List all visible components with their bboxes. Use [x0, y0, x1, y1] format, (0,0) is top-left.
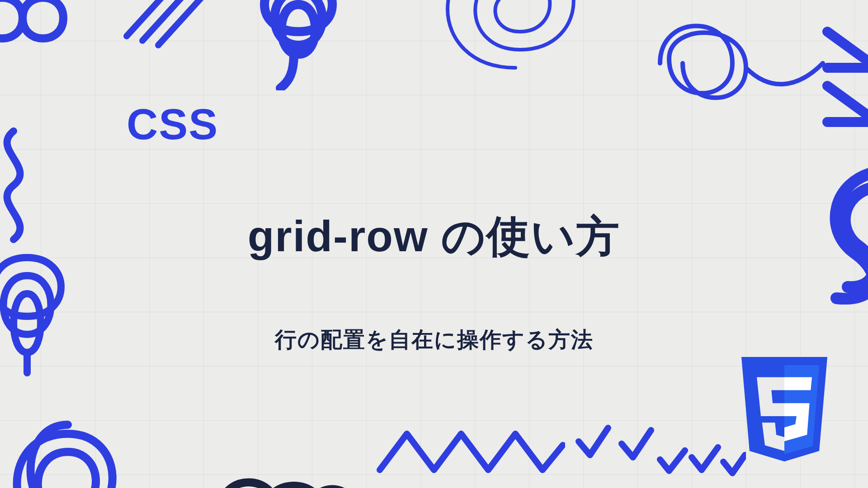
svg-line-0: [127, 0, 172, 36]
doodle-black-coil-icon: [199, 429, 362, 488]
doodle-loops-icon: [0, 0, 108, 63]
doodle-scribble-ball-icon: [226, 0, 371, 90]
css3-badge-icon: [732, 357, 836, 474]
doodle-arrow-icon: [814, 18, 868, 136]
svg-line-1: [142, 0, 188, 41]
doodle-tangle-icon: [642, 0, 832, 108]
category-label: CSS: [127, 99, 218, 149]
doodle-hatch-icon: [118, 0, 217, 50]
page-subtitle: 行の配置を自在に操作する方法: [0, 325, 868, 354]
slide-content: CSS grid-row の使い方 行の配置を自在に操作する方法: [0, 0, 868, 488]
page-title: grid-row の使い方: [0, 208, 868, 267]
doodle-swirl-icon: [0, 398, 149, 488]
doodle-spiral-outline-icon: [398, 0, 633, 77]
svg-line-2: [158, 0, 203, 45]
doodle-zigzag-icon: [375, 420, 565, 483]
doodle-checks-icon: [574, 417, 746, 484]
